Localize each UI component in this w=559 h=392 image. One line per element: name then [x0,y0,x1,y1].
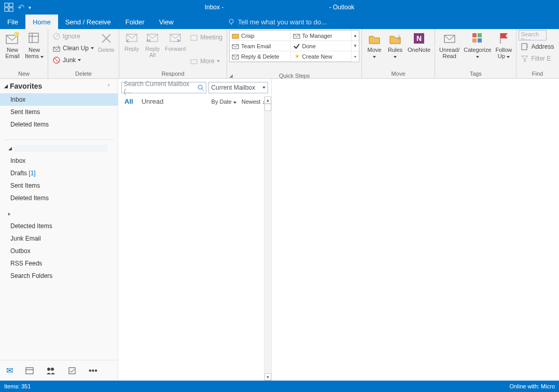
delete-button[interactable]: Delete [96,30,117,54]
account-header[interactable]: ◢ [0,142,118,155]
tab-home[interactable]: Home [25,15,58,29]
new-items-icon [27,31,41,46]
follow-up-button[interactable]: Follow Up [493,30,514,60]
tell-me-search[interactable]: Tell me what you want to do... [181,15,327,29]
more-respond-button[interactable]: More [188,55,225,67]
junk-icon [52,56,61,64]
new-email-icon: ✶ [5,31,20,46]
svg-text:✶: ✶ [295,53,300,60]
svg-rect-40 [26,368,33,374]
categorize-button[interactable]: Categorize [462,30,493,60]
scroll-up-arrow[interactable]: ▲ [264,96,271,104]
scroll-thumb[interactable] [264,104,271,111]
filter-all[interactable]: All [124,97,133,105]
title-bar: ↶ ▾ Inbox - - Outlook [0,0,559,15]
reply-all-button[interactable]: Reply All [142,30,163,59]
ignore-button[interactable]: Ignore [50,30,96,42]
fav-inbox[interactable]: Inbox [0,93,118,106]
fav-sent-items[interactable]: Sent Items [0,106,118,118]
folder-rss-feeds[interactable]: RSS Feeds [0,257,118,270]
mail-view-icon[interactable]: ✉ [6,366,13,375]
folder-drafts[interactable]: Drafts [1] [0,167,118,179]
folder-search-folders[interactable]: Search Folders [0,270,118,282]
reply-button[interactable]: Reply [121,30,142,53]
quickstep-up-arrow[interactable]: ▲ [352,31,359,41]
delete-label: Delete [98,47,115,53]
folder-pane: ‹ ◢Favorites Inbox Sent Items Deleted It… [0,79,118,381]
rules-button[interactable]: Rules [385,30,406,60]
nav-bottom-bar: ✉ ••• [0,360,118,381]
onenote-button[interactable]: NOneNote [406,30,432,54]
tab-send-receive[interactable]: Send / Receive [58,15,118,29]
fav-deleted-items[interactable]: Deleted Items [0,118,118,131]
list-scrollbar[interactable]: ▲ ▼ [264,96,271,381]
svg-text:✶: ✶ [15,32,19,37]
unread-icon [442,31,457,46]
tab-file[interactable]: File [0,15,25,29]
search-people-input[interactable]: Search Peo [519,30,547,40]
categorize-icon [470,31,485,46]
new-items-button[interactable]: New Items [23,30,46,60]
svg-rect-37 [522,44,527,50]
search-scope-dropdown[interactable]: Current Mailbox [208,82,268,93]
sort-newest[interactable]: Newest ↓ [242,99,265,105]
folder-deleted-items[interactable]: Deleted Items [0,192,118,204]
favorites-header[interactable]: ◢Favorites [0,79,118,93]
new-email-button[interactable]: ✶ New Email [2,30,23,60]
quickstep-create-new[interactable]: ✶Create New [291,51,352,62]
people-view-icon[interactable] [46,367,55,375]
folder-move-icon [232,32,239,39]
collapse-pane-icon[interactable]: ‹ [108,82,109,88]
quickstep-down-arrow[interactable]: ▼ [352,41,359,51]
ribbon: ✶ New Email New Items New Ignore Clean U… [0,29,559,79]
sort-by-date[interactable]: By Date [212,99,236,105]
filter-email-button[interactable]: Filter E [519,52,556,64]
svg-rect-35 [478,38,482,43]
svg-point-45 [198,85,202,89]
new-items-label: New Items [25,47,40,59]
quicksteps-dialog-launcher[interactable]: ◢ [229,73,358,78]
quickstep-team-email[interactable]: Team Email [230,41,291,51]
calendar-view-icon[interactable] [25,367,34,375]
delete-icon [99,31,114,46]
quickstep-done[interactable]: Done [291,41,352,51]
cleanup-button[interactable]: Clean Up [50,42,96,54]
undo-icon[interactable]: ↶ [18,3,24,12]
junk-button[interactable]: Junk [50,54,96,66]
ribbon-tabs: File Home Send / Receive Folder View Tel… [0,15,559,29]
move-button[interactable]: Move [364,30,385,60]
group-find: Search Peo Address Filter E Find [516,29,558,78]
group-delete: Ignore Clean Up Junk Delete Delete [48,29,119,78]
svg-line-16 [54,58,59,62]
move-icon [367,31,382,46]
quickstep-gallery-arrow[interactable]: ▾ [352,51,359,62]
svg-line-46 [202,89,204,91]
unread-read-button[interactable]: Unread/ Read [437,30,462,60]
folder-inbox[interactable]: Inbox [0,155,118,167]
meeting-button[interactable]: Meeting [188,31,225,43]
scroll-down-arrow[interactable]: ▼ [264,373,271,381]
quickstep-crisp[interactable]: Crisp [230,31,291,41]
tab-view[interactable]: View [152,15,181,29]
tasks-view-icon[interactable] [68,367,76,375]
forward-button[interactable]: Forward [163,30,188,53]
filter-unread[interactable]: Unread [142,97,164,105]
quickstep-to-manager[interactable]: To Manager [291,31,352,41]
qat-customize-icon[interactable]: ▾ [29,5,31,10]
folder-outbox[interactable]: Outbox [0,245,118,257]
search-mailbox-input[interactable]: Search Current Mailbox (... [121,82,206,93]
folder-detected-items[interactable]: Detected Items [0,220,118,232]
flag-icon [496,31,511,46]
folder-sent-items[interactable]: Sent Items [0,179,118,192]
svg-point-4 [229,19,233,23]
drafts-count: [1] [29,170,35,177]
group-new-label: New [2,69,46,78]
folder-junk-email[interactable]: Junk Email [0,232,118,245]
folder-redacted[interactable] [0,208,118,220]
tab-folder[interactable]: Folder [118,15,152,29]
address-book-button[interactable]: Address [519,40,556,52]
svg-rect-33 [478,33,482,37]
search-icon [197,84,204,91]
quickstep-reply-delete[interactable]: Reply & Delete [230,51,291,62]
more-views-icon[interactable]: ••• [89,366,97,375]
